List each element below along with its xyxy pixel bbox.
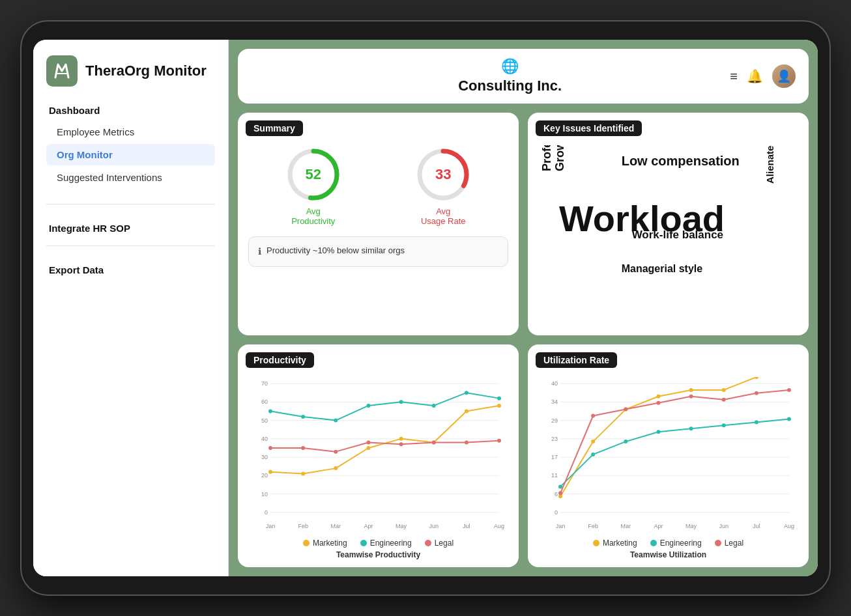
header-right: ≡ 🔔 👤 bbox=[730, 64, 796, 88]
word-cloud-word: Work-life balance bbox=[632, 229, 723, 242]
info-icon: ℹ bbox=[258, 245, 261, 259]
company-name: Consulting Inc. bbox=[458, 77, 562, 94]
dashboard-label: Dashboard bbox=[46, 105, 215, 116]
legend-dot-legal-prod bbox=[425, 540, 431, 546]
key-issues-card: Key Issues Identified WorkloadLow compen… bbox=[528, 113, 809, 335]
productivity-gauge: 52 AvgProductivity bbox=[284, 145, 343, 226]
summary-gauges: 52 AvgProductivity 33 bbox=[248, 145, 508, 226]
app-logo-icon bbox=[46, 55, 78, 87]
utilization-chart-label: Utilization Rate bbox=[536, 352, 617, 368]
legend-legal-prod: Legal bbox=[425, 539, 454, 548]
tablet-frame: TheraOrg Monitor Dashboard Employee Metr… bbox=[22, 21, 829, 595]
productivity-chart-title: Teamwise Productivity bbox=[248, 550, 508, 559]
avatar[interactable]: 👤 bbox=[772, 64, 796, 88]
sidebar-item-org-monitor[interactable]: Org Monitor bbox=[46, 144, 215, 165]
tablet-inner: TheraOrg Monitor Dashboard Employee Metr… bbox=[33, 40, 818, 576]
utilization-chart-title: Teamwise Utilization bbox=[538, 550, 798, 559]
productivity-canvas bbox=[248, 377, 508, 532]
usage-value: 33 bbox=[435, 166, 451, 183]
legend-label-marketing-util: Marketing bbox=[603, 539, 637, 548]
legend-label-marketing-prod: Marketing bbox=[313, 539, 347, 548]
legend-dot-marketing-util bbox=[593, 540, 599, 546]
summary-label: Summary bbox=[246, 120, 303, 136]
word-cloud-word: ProfessionalGrowth bbox=[541, 145, 567, 171]
usage-circle: 33 bbox=[414, 145, 472, 204]
word-cloud-word: Alienated bbox=[764, 145, 775, 184]
productivity-circle: 52 bbox=[284, 145, 343, 204]
productivity-label: AvgProductivity bbox=[291, 206, 335, 226]
key-issues-label: Key Issues Identified bbox=[536, 120, 642, 136]
legend-engineering-prod: Engineering bbox=[360, 539, 412, 548]
legend-dot-engineering-util bbox=[650, 540, 657, 546]
legend-marketing-util: Marketing bbox=[593, 539, 637, 548]
legend-label-legal-util: Legal bbox=[725, 539, 743, 548]
logo-area: TheraOrg Monitor bbox=[46, 55, 215, 87]
hamburger-icon[interactable]: ≡ bbox=[730, 69, 738, 84]
legend-label-legal-prod: Legal bbox=[435, 539, 454, 548]
summary-note: ℹ Productivity ~10% below similar orgs bbox=[248, 236, 508, 267]
top-header: 🌐 Consulting Inc. ≡ 🔔 👤 bbox=[238, 49, 809, 104]
header-center: 🌐 Consulting Inc. bbox=[458, 58, 562, 94]
legend-dot-marketing-prod bbox=[303, 540, 310, 546]
export-data-label[interactable]: Export Data bbox=[49, 264, 215, 275]
productivity-legend: Marketing Engineering Legal bbox=[248, 539, 508, 548]
summary-card: Summary 52 AvgProductivity bbox=[238, 113, 519, 335]
word-cloud-word: Managerial style bbox=[622, 263, 703, 275]
productivity-chart-card: Productivity Marketing Engineering bbox=[238, 344, 519, 567]
legend-label-engineering-util: Engineering bbox=[660, 539, 702, 548]
divider-1 bbox=[46, 204, 215, 204]
productivity-chart-container bbox=[248, 377, 508, 535]
productivity-value: 52 bbox=[306, 166, 321, 183]
nav-section-dashboard: Dashboard Employee Metrics Org Monitor S… bbox=[46, 105, 215, 189]
legend-engineering-util: Engineering bbox=[650, 539, 702, 548]
legend-label-engineering-prod: Engineering bbox=[370, 539, 412, 548]
main-content: 🌐 Consulting Inc. ≡ 🔔 👤 Summary bbox=[229, 40, 818, 576]
app-title: TheraOrg Monitor bbox=[85, 63, 207, 79]
sidebar-item-employee-metrics[interactable]: Employee Metrics bbox=[46, 121, 215, 143]
legend-marketing-prod: Marketing bbox=[303, 539, 347, 548]
summary-note-text: Productivity ~10% below similar orgs bbox=[267, 245, 405, 257]
utilization-legend: Marketing Engineering Legal bbox=[538, 539, 798, 548]
legend-dot-engineering-prod bbox=[360, 540, 367, 546]
productivity-chart-label: Productivity bbox=[246, 352, 314, 368]
bell-icon[interactable]: 🔔 bbox=[747, 68, 763, 84]
word-cloud-word: Low compensation bbox=[622, 154, 740, 169]
utilization-chart-container bbox=[538, 377, 798, 535]
usage-gauge: 33 AvgUsage Rate bbox=[414, 145, 472, 226]
globe-icon: 🌐 bbox=[501, 58, 519, 75]
legend-dot-legal-util bbox=[715, 540, 721, 546]
word-cloud: WorkloadLow compensationWork-life balanc… bbox=[538, 145, 798, 318]
dashboard-grid: Summary 52 AvgProductivity bbox=[229, 104, 818, 576]
integrate-hr-sop-label[interactable]: Integrate HR SOP bbox=[49, 223, 215, 234]
legend-legal-util: Legal bbox=[715, 539, 743, 548]
utilization-chart-card: Utilization Rate Marketing Engineering bbox=[528, 344, 809, 567]
sidebar-item-suggested-interventions[interactable]: Suggested Interventions bbox=[46, 167, 215, 188]
utilization-canvas bbox=[538, 377, 798, 532]
sidebar: TheraOrg Monitor Dashboard Employee Metr… bbox=[33, 40, 229, 576]
divider-2 bbox=[46, 245, 215, 246]
usage-label: AvgUsage Rate bbox=[421, 206, 466, 226]
